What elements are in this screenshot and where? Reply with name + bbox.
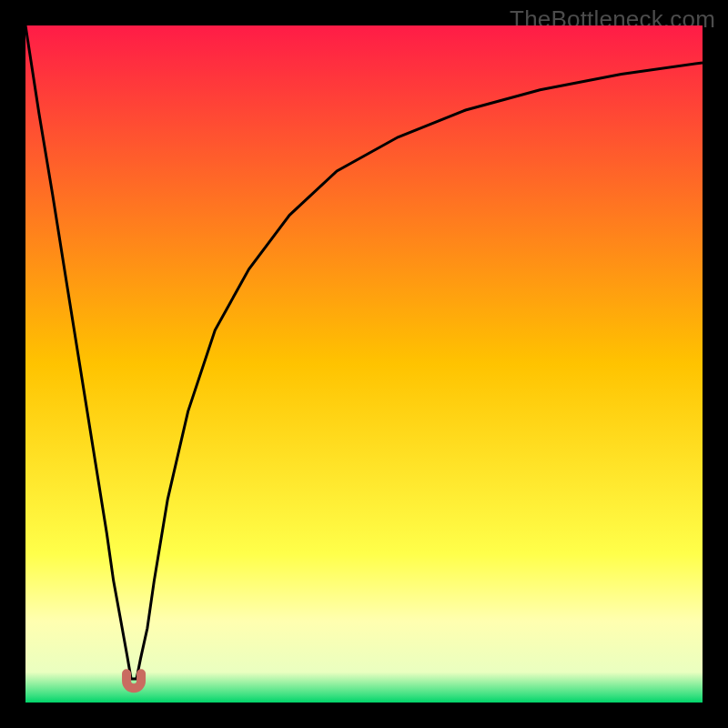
chart-frame: TheBottleneck.com (0, 0, 728, 728)
plot-area (25, 25, 703, 703)
plot-svg (25, 25, 703, 703)
gradient-background (25, 25, 703, 703)
